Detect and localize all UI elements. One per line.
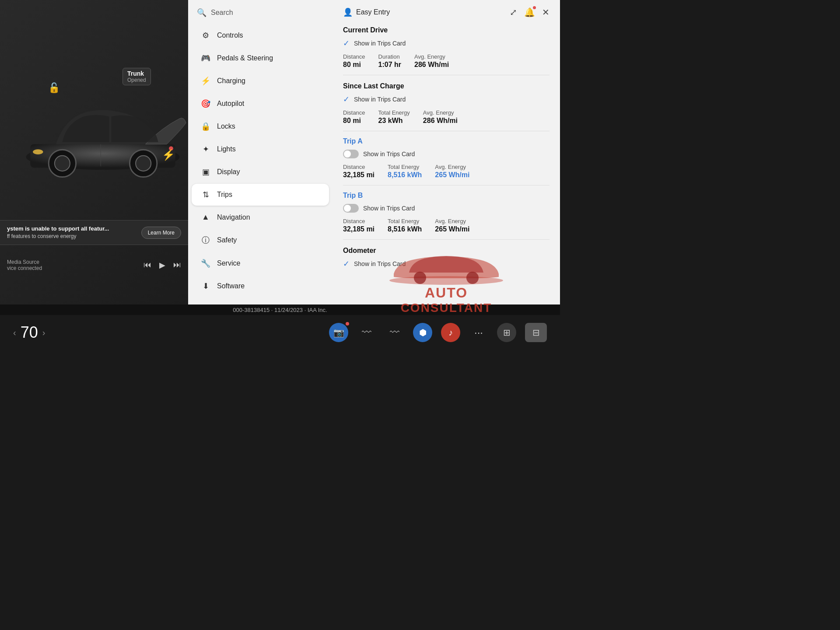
since-last-charge-checkbox-row[interactable]: ✓ Show in Trips Card (343, 94, 550, 104)
menu-item-software[interactable]: ⬇ Software (192, 275, 329, 297)
taskbar-icons: 📷 〰 〰 ⬢ ♪ ··· ⊞ ⊟ (329, 323, 547, 342)
trip-a-stats: Distance 32,185 mi Total Energy 8,516 kW… (343, 164, 550, 179)
menu-item-display[interactable]: ▣ Display (192, 161, 329, 183)
car-image (18, 61, 188, 210)
expand-icon[interactable]: ⤢ (510, 7, 517, 18)
alert-sub: ff features to conserve energy (7, 233, 109, 240)
taskbar: ‹ 70 › 📷 〰 〰 ⬢ ♪ ··· ⊞ ⊟ (0, 315, 560, 350)
trip-b-distance: Distance 32,185 mi (343, 218, 374, 233)
search-label: Search (211, 9, 233, 17)
trip-a-toggle[interactable] (343, 150, 359, 158)
trip-a-avg-label: Avg. Energy (435, 164, 469, 170)
search-bar[interactable]: 🔍 Search (188, 0, 332, 24)
current-drive-duration: Duration 1:07 hr (378, 53, 401, 69)
lights-icon: ✦ (200, 144, 211, 154)
trip-b-header: Trip B (343, 192, 550, 200)
trip-b-energy-label: Total Energy (388, 218, 422, 224)
since-energy-value: 23 kWh (378, 117, 410, 125)
more-button[interactable]: ··· (469, 323, 488, 342)
speed-arrow-right: › (42, 328, 46, 338)
person-icon: 👤 (343, 7, 353, 17)
trip-b-avg-value: 265 Wh/mi (435, 225, 469, 233)
trip-b-toggle-row[interactable]: Show in Trips Card (343, 204, 550, 213)
odometer-checkbox-row[interactable]: ✓ Show in Trips Card (343, 259, 550, 269)
alert-text: ystem is unable to support all featur...… (7, 225, 109, 240)
music-button[interactable]: ♪ (441, 323, 460, 342)
trip-b-avg-label: Avg. Energy (435, 218, 469, 224)
controls-label: Controls (217, 32, 243, 39)
odometer-show-label: Show in Trips Card (354, 260, 406, 267)
trip-b-toggle[interactable] (343, 204, 359, 213)
current-drive-title: Current Drive (343, 26, 550, 34)
since-charge-avg-energy: Avg. Energy 286 Wh/mi (423, 109, 458, 125)
heat-left-icon[interactable]: 〰 (357, 323, 376, 342)
duration-label: Duration (378, 53, 401, 60)
media-info: Media Source vice connected (7, 259, 42, 271)
settings-button[interactable]: ⊟ (525, 323, 547, 342)
display-label: Display (217, 168, 240, 176)
top-icons: ⤢ 🔔 ✕ (510, 7, 550, 18)
camera-button[interactable]: 📷 (329, 323, 348, 342)
learn-more-button[interactable]: Learn More (141, 227, 181, 239)
trip-a-energy-value: 8,516 kWh (388, 171, 422, 179)
since-charge-show-label: Show in Trips Card (354, 96, 406, 103)
controls-icon: ⚙ (200, 31, 211, 40)
avg-energy-value: 286 Wh/mi (414, 61, 449, 69)
trip-a-distance: Distance 32,185 mi (343, 164, 374, 179)
svg-point-7 (33, 149, 43, 154)
grid-button[interactable]: ⊞ (497, 323, 516, 342)
divider-2 (343, 131, 550, 131)
distance-value: 80 mi (343, 61, 365, 69)
duration-value: 1:07 hr (378, 61, 401, 69)
speed-display: 70 (21, 323, 38, 342)
alert-banner: ystem is unable to support all featur...… (0, 220, 188, 245)
bluetooth-button[interactable]: ⬢ (413, 323, 432, 342)
notification-icon[interactable]: 🔔 (524, 7, 535, 18)
media-status: vice connected (7, 265, 42, 271)
locks-icon: 🔒 (200, 122, 211, 131)
menu-item-navigation[interactable]: ▲ Navigation (192, 206, 329, 228)
software-label: Software (217, 282, 245, 290)
menu-item-locks[interactable]: 🔒 Locks (192, 116, 329, 137)
distance-label: Distance (343, 53, 365, 60)
menu-item-lights[interactable]: ✦ Lights (192, 138, 329, 160)
lightning-icon: ⚡ (162, 149, 175, 161)
menu-item-charging[interactable]: ⚡ Charging (192, 70, 329, 92)
close-icon[interactable]: ✕ (542, 7, 550, 18)
car-panel: Trunk Opened 🔓 (0, 0, 188, 315)
top-bar: 👤 Easy Entry ⤢ 🔔 ✕ (343, 7, 550, 18)
menu-item-service[interactable]: 🔧 Service (192, 252, 329, 274)
since-energy-label: Total Energy (378, 109, 410, 116)
service-icon: 🔧 (200, 259, 211, 268)
next-button[interactable]: ⏭ (173, 260, 181, 270)
prev-button[interactable]: ⏮ (144, 260, 151, 270)
current-drive-checkbox-row[interactable]: ✓ Show in Trips Card (343, 38, 550, 48)
avg-energy-label: Avg. Energy (414, 53, 449, 60)
display-icon: ▣ (200, 167, 211, 177)
divider-3 (343, 185, 550, 186)
trip-b-distance-label: Distance (343, 218, 374, 224)
svg-point-3 (55, 156, 70, 171)
navigation-icon: ▲ (200, 213, 211, 222)
autopilot-label: Autopilot (217, 100, 244, 108)
trip-a-avg-value: 265 Wh/mi (435, 171, 469, 179)
autopilot-icon: 🎯 (200, 99, 211, 108)
media-bar: Media Source vice connected ⏮ ▶ ⏭ (0, 259, 188, 271)
menu-item-pedals[interactable]: 🎮 Pedals & Steering (192, 47, 329, 69)
trip-a-total-energy: Total Energy 8,516 kWh (388, 164, 422, 179)
heat-right-icon[interactable]: 〰 (385, 323, 404, 342)
trip-b-total-energy: Total Energy 8,516 kWh (388, 218, 422, 233)
trips-panel: 👤 Easy Entry ⤢ 🔔 ✕ Current Drive ✓ Show … (332, 0, 560, 315)
play-button[interactable]: ▶ (159, 260, 165, 270)
menu-item-autopilot[interactable]: 🎯 Autopilot (192, 93, 329, 115)
speed-arrow-left: ‹ (13, 328, 16, 338)
menu-item-trips[interactable]: ⇅ Trips (192, 184, 329, 206)
media-controls[interactable]: ⏮ ▶ ⏭ (144, 260, 181, 270)
trip-a-toggle-row[interactable]: Show in Trips Card (343, 150, 550, 158)
menu-item-controls[interactable]: ⚙ Controls (192, 24, 329, 46)
software-icon: ⬇ (200, 281, 211, 291)
easy-entry-label: Easy Entry (356, 8, 390, 16)
menu-item-safety[interactable]: ⓘ Safety (192, 229, 329, 252)
since-charge-total-energy: Total Energy 23 kWh (378, 109, 410, 125)
footer-bar: 000-38138415 · 11/24/2023 · IAA Inc. (0, 304, 560, 315)
